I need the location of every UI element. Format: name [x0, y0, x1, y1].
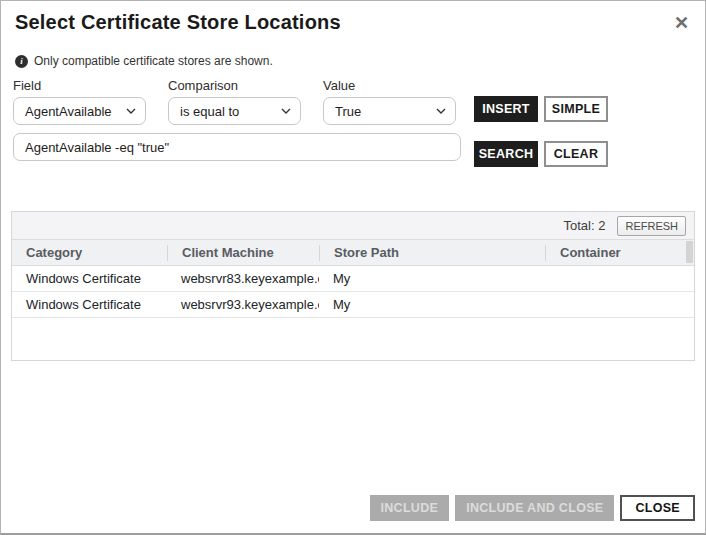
table-scrollbar[interactable]	[686, 241, 693, 263]
column-header-category: Category	[12, 245, 167, 261]
field-select[interactable]: AgentAvailable	[13, 97, 146, 125]
info-banner: i Only compatible certificate stores are…	[15, 54, 691, 68]
clear-button[interactable]: CLEAR	[544, 141, 608, 167]
include-and-close-button[interactable]: INCLUDE AND CLOSE	[455, 495, 614, 521]
value-select[interactable]: True	[323, 97, 456, 125]
chevron-down-icon	[436, 108, 446, 114]
cell-category: Windows Certificate	[12, 271, 167, 286]
column-header-client-machine: Client Machine	[167, 245, 319, 261]
value-select-group: Value True	[323, 78, 456, 125]
select-certificate-store-locations-dialog: Select Certificate Store Locations ✕ i O…	[0, 0, 706, 535]
chevron-down-icon	[126, 108, 136, 114]
info-text: Only compatible certificate stores are s…	[34, 54, 273, 68]
dialog-header: Select Certificate Store Locations ✕	[1, 1, 705, 34]
table-toolbar: Total: 2 REFRESH	[12, 212, 694, 240]
cell-category: Windows Certificate	[12, 297, 167, 312]
include-button[interactable]: INCLUDE	[370, 495, 450, 521]
insert-button[interactable]: INSERT	[474, 96, 538, 122]
comparison-label: Comparison	[168, 78, 301, 93]
column-header-container: Container	[545, 245, 694, 261]
table-row[interactable]: Windows Certificate websrvr83.keyexample…	[12, 266, 694, 292]
cell-store-path: My	[319, 297, 545, 312]
total-count: Total: 2	[564, 218, 606, 233]
table-header-row: Category Client Machine Store Path Conta…	[12, 240, 694, 266]
info-icon: i	[15, 55, 28, 68]
comparison-select-value: is equal to	[180, 104, 239, 119]
filter-left: Field AgentAvailable Comparison is equal…	[13, 78, 461, 167]
comparison-select-group: Comparison is equal to	[168, 78, 301, 125]
close-button[interactable]: CLOSE	[620, 495, 695, 521]
dialog-footer: INCLUDE INCLUDE AND CLOSE CLOSE	[1, 495, 705, 533]
field-select-group: Field AgentAvailable	[13, 78, 146, 125]
dialog-title: Select Certificate Store Locations	[15, 11, 341, 34]
simple-button[interactable]: SIMPLE	[544, 96, 608, 122]
cell-store-path: My	[319, 271, 545, 286]
field-select-value: AgentAvailable	[25, 104, 112, 119]
insert-simple-row: INSERT SIMPLE	[474, 96, 608, 122]
filter-buttons: INSERT SIMPLE SEARCH CLEAR	[474, 78, 608, 167]
cell-client-machine: websrvr83.keyexample.com	[167, 271, 319, 286]
close-icon[interactable]: ✕	[674, 14, 689, 32]
query-input[interactable]	[13, 133, 461, 161]
value-select-value: True	[335, 104, 361, 119]
column-header-store-path: Store Path	[319, 245, 545, 261]
value-label: Value	[323, 78, 456, 93]
chevron-down-icon	[281, 108, 291, 114]
table-row[interactable]: Windows Certificate websrvr93.keyexample…	[12, 292, 694, 318]
refresh-button[interactable]: REFRESH	[617, 216, 686, 236]
results-table: Total: 2 REFRESH Category Client Machine…	[11, 211, 695, 361]
field-label: Field	[13, 78, 146, 93]
comparison-select[interactable]: is equal to	[168, 97, 301, 125]
cell-client-machine: websrvr93.keyexample.com	[167, 297, 319, 312]
selects-row: Field AgentAvailable Comparison is equal…	[13, 78, 461, 125]
search-clear-row: SEARCH CLEAR	[474, 141, 608, 167]
search-button[interactable]: SEARCH	[474, 141, 538, 167]
filter-zone: Field AgentAvailable Comparison is equal…	[13, 78, 695, 167]
